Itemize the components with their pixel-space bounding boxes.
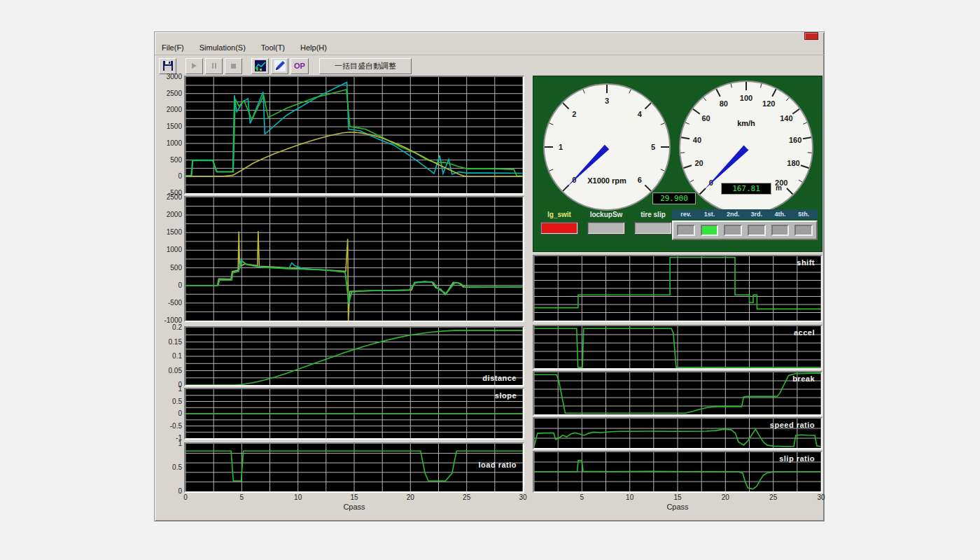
- y-tick-label: 2000: [167, 106, 182, 113]
- y-tick-label: -500: [168, 300, 182, 307]
- y-axis-labels: 10.50-0.5-1: [160, 388, 184, 440]
- svg-text:5: 5: [651, 143, 655, 151]
- y-tick-label: 500: [170, 157, 182, 164]
- x-tick-label: 10: [294, 493, 302, 502]
- chart-view-button[interactable]: [251, 58, 269, 74]
- menu-simulation[interactable]: Simulation(S): [200, 43, 246, 52]
- pause-button[interactable]: [205, 58, 223, 74]
- x-tick-label: 10: [626, 493, 634, 502]
- stop-button[interactable]: [225, 58, 242, 74]
- y-tick-label: 0: [178, 282, 182, 289]
- op-button[interactable]: OP: [290, 58, 309, 74]
- gear-lamp-5th: [794, 225, 813, 236]
- y-tick-label: 0: [178, 173, 182, 180]
- x-tick-label: 25: [769, 493, 777, 502]
- gear-label-2nd: 2nd.: [721, 210, 745, 218]
- svg-text:3: 3: [605, 97, 609, 105]
- svg-text:100: 100: [740, 94, 752, 102]
- gear-lamps: [672, 220, 818, 240]
- instrument-panel: 0123456X1000 rpm 02040608010012014016018…: [533, 76, 822, 252]
- x-axis-title: Cpass: [534, 503, 821, 512]
- svg-text:2: 2: [572, 110, 576, 118]
- gear-lamp-4th: [771, 225, 790, 236]
- chart-label: accel: [794, 328, 815, 337]
- svg-text:180: 180: [787, 159, 799, 167]
- menu-file[interactable]: File(F): [162, 43, 184, 52]
- y-tick-label: 1500: [167, 123, 182, 130]
- left-chart-column: 300025002000150010005000-500 25002000150…: [160, 76, 524, 512]
- y-tick-label: 0: [178, 410, 182, 417]
- y-tick-label: 0.05: [169, 368, 182, 374]
- toolbar: OP 一括目盛自動調整: [155, 55, 824, 76]
- svg-text:20: 20: [694, 159, 703, 167]
- chart-label: slope: [495, 391, 517, 400]
- y-tick-label: 0.5: [172, 464, 182, 471]
- indicator-label: lockupSw: [587, 211, 625, 219]
- play-button[interactable]: [186, 58, 203, 74]
- svg-text:6: 6: [638, 176, 642, 184]
- odometer-display: 29.900: [652, 192, 696, 204]
- menu-help[interactable]: Help(H): [300, 43, 327, 52]
- slope-chart: slope: [184, 388, 524, 440]
- torque-chart: [184, 196, 524, 322]
- distance-plot: [186, 328, 523, 385]
- chart-label: break: [792, 374, 815, 383]
- y-tick-label: 2500: [167, 194, 182, 201]
- save-button[interactable]: [159, 58, 176, 74]
- gear-lamp-2nd: [724, 225, 742, 236]
- y-tick-label: 0.1: [172, 353, 182, 360]
- y-axis-labels: 10.50: [160, 442, 184, 493]
- y-axis-labels: 300025002000150010005000-500: [160, 76, 184, 195]
- svg-text:120: 120: [762, 99, 775, 108]
- speedometer-gauge: 020406080100120140160180200km/h 167.81 m: [678, 79, 815, 216]
- distance-chart: distance: [184, 326, 524, 386]
- y-tick-label: 1000: [167, 140, 182, 147]
- accel-plot: [534, 326, 821, 368]
- shift-chart: shift: [533, 255, 822, 322]
- stop-icon: [231, 64, 236, 69]
- y-tick-label: 0.5: [172, 398, 182, 405]
- x-tick-label: 30: [519, 493, 526, 502]
- indicator-lamp: [540, 222, 578, 234]
- speed-ratio-chart: speed ratio: [533, 417, 822, 449]
- y-tick-label: 1500: [167, 229, 182, 236]
- load-ratio-chart: load ratio: [184, 442, 524, 493]
- svg-text:60: 60: [701, 114, 710, 122]
- break-plot: [534, 372, 821, 414]
- close-button[interactable]: [804, 32, 818, 40]
- slope-plot: [186, 389, 523, 438]
- play-icon: [192, 63, 197, 69]
- gear-label-3rd: 3rd.: [745, 210, 769, 218]
- titlebar: [155, 32, 824, 41]
- y-tick-label: 1: [178, 440, 182, 447]
- slip-ratio-chart: slip ratio: [533, 451, 822, 493]
- y-tick-label: 1: [178, 386, 182, 393]
- gear-lamp-3rd: [748, 225, 766, 236]
- indicator-lamp: [634, 222, 672, 234]
- x-axis-right: 51015202530: [534, 493, 821, 503]
- indicator-lockupSw: lockupSw: [587, 211, 625, 234]
- load-ratio-plot: [186, 444, 523, 491]
- accel-chart: accel: [533, 325, 822, 370]
- chart-icon: [255, 60, 266, 71]
- slip-ratio-plot: [534, 452, 821, 491]
- chart-label: speed ratio: [770, 421, 815, 429]
- y-tick-label: 1000: [167, 246, 182, 253]
- y-tick-label: 2000: [167, 211, 182, 218]
- gear-lamp-1st: [701, 225, 719, 236]
- edit-graph-button[interactable]: [271, 58, 288, 74]
- chart-label: distance: [482, 374, 517, 382]
- y-tick-label: 2500: [167, 90, 182, 97]
- x-tick-label: 15: [673, 493, 681, 502]
- y-axis-labels: 25002000150010005000-500-1000: [160, 196, 184, 322]
- svg-text:4: 4: [638, 110, 643, 118]
- gear-label-5th: 5th.: [792, 210, 816, 218]
- autoscale-button[interactable]: 一括目盛自動調整: [319, 58, 412, 74]
- engine-speed-plot: [186, 77, 523, 193]
- distance-display: 167.81: [721, 183, 771, 195]
- switch-indicators: lg_switlockupSwtire slip: [540, 211, 672, 234]
- x-axis-left: 051015202530: [186, 493, 523, 503]
- engine-speed-chart: [184, 76, 524, 195]
- menu-tool[interactable]: Tool(T): [261, 43, 285, 52]
- indicator-label: tire slip: [634, 211, 672, 219]
